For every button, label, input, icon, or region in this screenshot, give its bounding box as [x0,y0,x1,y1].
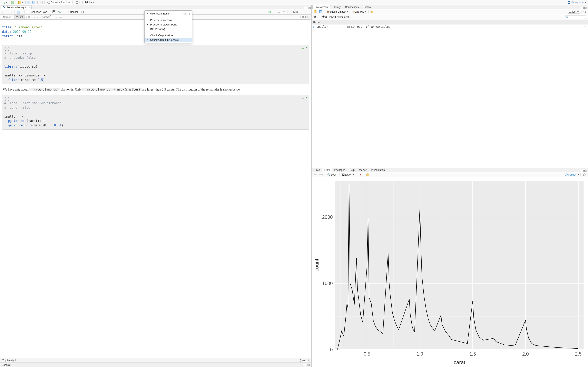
memory-usage[interactable]: 248 MiB [352,10,367,14]
insert-chunk-button[interactable] [267,10,274,14]
gear-icon [81,11,84,13]
tab-tutorial[interactable]: Tutorial [361,5,374,9]
minimize-pane-button[interactable] [304,7,307,9]
env-tabs: Environment History Connections Tutorial [311,5,588,9]
run-above-button[interactable] [302,96,304,99]
save-all-button[interactable] [32,1,36,4]
menu-chunk-inline[interactable]: Chunk Output Inline [145,33,192,38]
source-tab[interactable]: diamond-sizes.qmd × [1,5,32,9]
tab-history[interactable]: History [331,5,343,9]
prose-paragraph: We have data about r nrow(diamonds) diam… [3,87,309,92]
maximize-env-button[interactable] [584,7,587,9]
env-search-input[interactable]: 🔍 [564,15,586,19]
prev-chunk-button[interactable] [277,11,281,13]
plot-canvas: 0.51.01.52.02.5010002000caratcount [311,177,588,367]
env-view-mode[interactable]: List [568,10,580,14]
mode-source[interactable]: Source [2,16,13,19]
minimize-console-button[interactable] [303,364,306,366]
addins-menu[interactable]: Addins [84,1,95,4]
menu-preview-viewer[interactable]: Preview in Viewer Pane [145,22,192,27]
find-button[interactable]: 🔍 [57,10,62,14]
render-on-save-checkbox[interactable] [26,11,28,13]
maximize-pane-button[interactable] [308,7,311,9]
view-data-icon[interactable] [584,26,586,28]
project-menu[interactable]: r4ds-quarto [567,1,587,4]
svg-text:2000: 2000 [322,215,333,220]
menu-use-visual-editor[interactable]: Use Visual Editor ⇧⌘F4 [145,11,192,16]
maximize-plots-button[interactable] [584,170,587,172]
svg-text:0: 0 [330,347,333,352]
minimize-env-button[interactable] [581,7,584,9]
env-scope-menu[interactable]: �택 Global Environment [321,15,352,19]
save-button[interactable] [27,1,31,4]
save-doc-button[interactable] [16,10,23,14]
print-button[interactable] [39,1,43,4]
export-button[interactable]: 🖼 Export [341,173,355,176]
tab-connections[interactable]: Connections [343,5,361,9]
code-format-button[interactable]: </> [34,16,38,18]
menu-no-preview[interactable]: (No Preview) [145,27,192,31]
open-file-button[interactable] [17,1,24,4]
quarto-file-icon [3,6,5,8]
tab-packages[interactable]: Packages [332,168,347,172]
publish-plot-button[interactable]: Publish [565,173,579,176]
doc-format[interactable]: Quarto ⇕ [300,359,310,362]
zoom-button[interactable]: 🔍 Zoom [327,173,338,176]
new-file-button[interactable] [1,1,8,4]
tab-presentation[interactable]: Presentation [369,168,387,172]
tab-plots[interactable]: Plots [322,168,332,172]
console-tab[interactable]: Console [2,364,11,366]
close-tab-button[interactable]: × [28,6,30,9]
panes-button[interactable] [75,1,81,4]
tab-help[interactable]: Help [347,168,357,172]
run-chunk-button[interactable] [306,96,307,99]
render-button[interactable]: Render [66,10,79,14]
prev-plot-button[interactable]: ⟸ [313,173,317,176]
block-style-menu[interactable]: Normal [42,16,51,18]
remove-plot-button[interactable]: ✖ [359,173,362,176]
tab-environment[interactable]: Environment [312,5,330,9]
outline-scope[interactable]: (Top Level) ⇕ [2,359,17,362]
expand-icon[interactable]: ▶ [313,26,314,28]
goto-file-input[interactable]: Go to file/function [46,1,72,4]
load-workspace-button[interactable] [313,10,317,14]
maximize-console-button[interactable] [307,364,310,366]
italic-button[interactable]: I [31,16,32,18]
outline-button[interactable]: ≡ Outline [300,16,310,18]
forward-button[interactable]: ⟶ [8,10,13,14]
refresh-env-button[interactable] [583,10,587,13]
app-toolbar: Go to file/function Addins r4ds-quarto [0,0,588,5]
render-options-menu: Use Visual Editor ⇧⌘F4 Preview in Window… [144,10,192,43]
editor-body[interactable]: --- title: "Diamond sizes" date: 2022-09… [0,20,311,358]
memory-pie-icon [352,11,355,13]
spellcheck-button[interactable]: ABC✓ [51,10,56,14]
tab-files[interactable]: Files [312,168,322,172]
clear-workspace-button[interactable] [370,10,374,13]
render-options-button[interactable] [81,10,87,14]
publish-doc-button[interactable] [304,10,310,14]
save-workspace-button[interactable] [319,10,323,14]
minimize-plots-button[interactable] [581,170,584,172]
bullet-list-button[interactable] [55,16,58,18]
refresh-plot-button[interactable] [582,173,586,176]
run-chunk-button[interactable] [306,47,307,49]
import-dataset-button[interactable]: 📥 Import Dataset [326,10,349,14]
run-button[interactable]: →Run [289,10,301,14]
editor-status-bar: (Top Level) ⇕ Quarto ⇕ [0,358,311,363]
svg-text:count: count [314,259,320,271]
bold-button[interactable]: B [28,16,30,18]
next-plot-button[interactable]: ⟹ [319,173,323,176]
mode-visual[interactable]: Visual [14,15,25,19]
tab-viewer[interactable]: Viewer [357,168,369,172]
menu-preview-window[interactable]: Preview in Window [145,18,192,22]
clear-plots-button[interactable] [366,173,370,176]
new-project-button[interactable] [10,1,15,4]
language-menu[interactable]: R [313,15,319,19]
numbered-list-button[interactable] [59,16,62,18]
back-button[interactable]: ⟵ [1,10,6,14]
env-object-row[interactable]: ▶ smaller 53814 obs. of 10 variables [311,25,588,29]
menu-chunk-console[interactable]: Chunk Output in Console [145,38,192,42]
run-above-button[interactable] [302,47,304,49]
code-chunk-setup: {r} #| label: setup #| include: false li… [2,45,309,84]
next-chunk-button[interactable] [282,11,286,13]
